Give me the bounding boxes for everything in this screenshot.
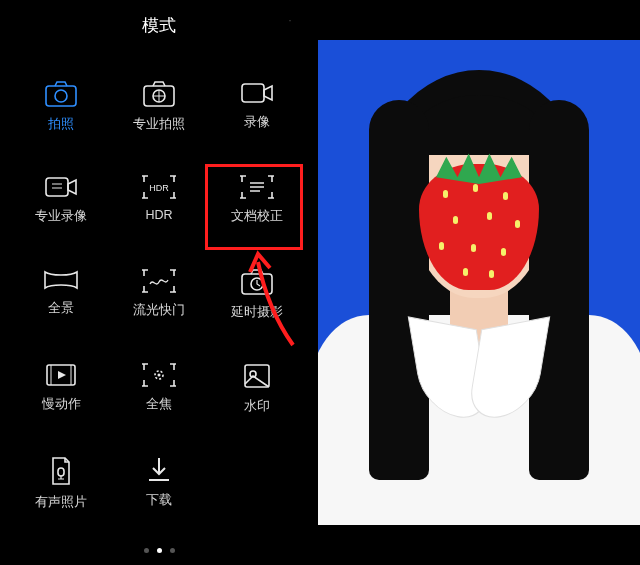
mode-download[interactable]: 下载 [110, 456, 208, 528]
light-painting-icon [140, 268, 178, 294]
video-icon [240, 80, 274, 106]
edit-icon[interactable] [14, 11, 42, 39]
mode-video[interactable]: 录像 [208, 80, 306, 152]
page-indicator [0, 548, 318, 553]
camera-modes-screen: 模式 拍照 专业拍照 录像 专业录像 HDR HDR 文档校正 [0, 0, 318, 565]
id-photo-preview [318, 0, 640, 565]
mode-label: 下载 [146, 492, 172, 509]
page-dot[interactable] [157, 548, 162, 553]
mode-label: 专业录像 [35, 208, 87, 225]
download-icon [146, 456, 172, 484]
svg-rect-3 [46, 86, 76, 106]
info-icon[interactable] [276, 11, 304, 39]
modes-grid: 拍照 专业拍照 录像 专业录像 HDR HDR 文档校正 全景 流光快门 [0, 50, 318, 534]
document-scan-icon [238, 174, 276, 200]
mode-label: HDR [145, 208, 172, 222]
header: 模式 [0, 0, 318, 50]
mode-pro-video[interactable]: 专业录像 [12, 174, 110, 246]
audio-photo-icon [47, 456, 75, 486]
strawberry-sticker-icon [419, 150, 539, 290]
focus-icon [140, 362, 178, 388]
mode-all-focus[interactable]: 全焦 [110, 362, 208, 434]
slowmo-icon [45, 362, 77, 388]
camera-pro-icon [142, 80, 176, 108]
hdr-icon: HDR [140, 174, 178, 200]
mode-label: 全景 [48, 300, 74, 317]
mode-hdr[interactable]: HDR HDR [110, 174, 208, 246]
svg-rect-7 [242, 84, 264, 102]
mode-photo[interactable]: 拍照 [12, 80, 110, 152]
portrait-image [318, 40, 640, 525]
video-pro-icon [44, 174, 78, 200]
svg-point-4 [55, 90, 67, 102]
svg-rect-8 [46, 178, 68, 196]
svg-point-0 [283, 18, 298, 33]
svg-point-14 [158, 374, 161, 377]
camera-icon [44, 80, 78, 108]
mode-label: 有声照片 [35, 494, 87, 511]
panorama-icon [43, 268, 79, 292]
mode-label: 慢动作 [42, 396, 81, 413]
mode-audio-photo[interactable]: 有声照片 [12, 456, 110, 528]
mode-panorama[interactable]: 全景 [12, 268, 110, 340]
mode-label: 文档校正 [231, 208, 283, 225]
mode-timelapse[interactable]: 延时摄影 [208, 268, 306, 340]
mode-label: 拍照 [48, 116, 74, 133]
svg-text:HDR: HDR [149, 183, 169, 193]
mode-label: 水印 [244, 398, 270, 415]
mode-pro-photo[interactable]: 专业拍照 [110, 80, 208, 152]
mode-watermark[interactable]: 水印 [208, 362, 306, 434]
mode-slowmo[interactable]: 慢动作 [12, 362, 110, 434]
svg-point-2 [290, 20, 291, 21]
page-dot[interactable] [144, 548, 149, 553]
mode-doc-correct[interactable]: 文档校正 [208, 174, 306, 246]
svg-rect-17 [58, 468, 64, 476]
mode-light-paint[interactable]: 流光快门 [110, 268, 208, 340]
watermark-icon [242, 362, 272, 390]
page-dot[interactable] [170, 548, 175, 553]
mode-label: 流光快门 [133, 302, 185, 319]
page-title: 模式 [142, 14, 176, 37]
mode-label: 录像 [244, 114, 270, 131]
mode-label: 全焦 [146, 396, 172, 413]
mode-label: 延时摄影 [231, 304, 283, 321]
timelapse-icon [240, 268, 274, 296]
mode-label: 专业拍照 [133, 116, 185, 133]
